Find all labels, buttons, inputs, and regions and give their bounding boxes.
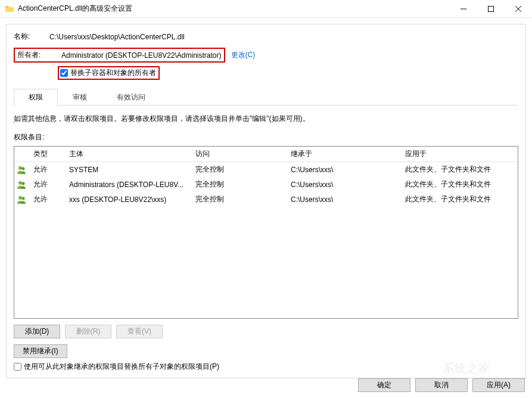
maximize-button[interactable]	[477, 0, 505, 17]
user-group-icon	[14, 179, 29, 191]
ok-button[interactable]: 确定	[358, 378, 410, 392]
info-text: 如需其他信息，请双击权限项目。若要修改权限项目，请选择该项目并单击"编辑"(如果…	[14, 114, 518, 124]
svg-point-3	[18, 181, 22, 185]
tab-bar: 权限 审核 有效访问	[14, 88, 518, 105]
svg-point-5	[18, 196, 22, 200]
tab-permissions[interactable]: 权限	[14, 89, 58, 105]
svg-point-1	[18, 166, 22, 170]
change-owner-link[interactable]: 更改(C)	[231, 50, 256, 60]
main-panel: 名称: C:\Users\xxs\Desktop\ActionCenterCPL…	[6, 24, 526, 378]
apply-button[interactable]: 应用(A)	[472, 378, 525, 392]
close-button[interactable]	[505, 0, 532, 17]
cell-type: 允许	[29, 163, 64, 176]
cell-access: 完全控制	[191, 193, 286, 206]
name-value: C:\Users\xxs\Desktop\ActionCenterCPL.dll	[49, 33, 185, 41]
cell-inherit: C:\Users\xxs\	[286, 194, 400, 205]
remove-button: 删除(R)	[65, 325, 111, 338]
col-type-header[interactable]: 类型	[29, 147, 64, 161]
col-principal-header[interactable]: 主体	[64, 147, 191, 161]
disable-inheritance-button[interactable]: 禁用继承(I)	[14, 344, 67, 358]
table-row[interactable]: 允许SYSTEM完全控制C:\Users\xxs\此文件夹、子文件夹和文件	[14, 162, 518, 177]
cell-type: 允许	[29, 193, 64, 206]
cell-type: 允许	[29, 178, 64, 191]
svg-point-2	[22, 167, 25, 170]
tab-auditing[interactable]: 审核	[58, 89, 102, 105]
cell-inherit: C:\Users\xxs\	[286, 164, 400, 175]
minimize-button[interactable]	[450, 0, 477, 17]
replace-owner-label: 替换子容器和对象的所有者	[70, 68, 156, 78]
col-inherit-header[interactable]: 继承于	[286, 147, 400, 161]
svg-point-6	[22, 197, 25, 200]
cell-access: 完全控制	[191, 178, 286, 191]
table-row[interactable]: 允许xxs (DESKTOP-LEU8V22\xxs)完全控制C:\Users\…	[14, 192, 518, 207]
cell-access: 完全控制	[191, 163, 286, 176]
cancel-button[interactable]: 取消	[415, 378, 468, 392]
window-title: ActionCenterCPL.dll的高级安全设置	[18, 4, 450, 14]
replace-children-label: 使用可从此对象继承的权限项目替换所有子对象的权限项目(P)	[24, 362, 219, 372]
permission-entries-label: 权限条目:	[14, 132, 518, 142]
svg-point-4	[22, 182, 25, 185]
replace-owner-checkbox[interactable]	[60, 69, 68, 77]
view-button: 查看(V)	[116, 325, 163, 338]
user-group-icon	[14, 194, 29, 206]
cell-principal: xxs (DESKTOP-LEU8V22\xxs)	[64, 194, 191, 205]
dialog-footer: 确定 取消 应用(A)	[358, 378, 525, 392]
folder-icon	[5, 4, 14, 14]
replace-children-checkbox[interactable]	[14, 363, 21, 371]
add-button[interactable]: 添加(D)	[14, 325, 60, 338]
col-access-header[interactable]: 访问	[191, 147, 286, 161]
owner-label: 所有者:	[17, 50, 53, 60]
col-apply-header[interactable]: 应用于	[400, 147, 518, 161]
cell-apply: 此文件夹、子文件夹和文件	[400, 163, 518, 176]
cell-inherit: C:\Users\xxs\	[286, 179, 400, 190]
titlebar: ActionCenterCPL.dll的高级安全设置	[0, 0, 532, 18]
cell-principal: Administrators (DESKTOP-LEU8V...	[64, 179, 191, 190]
cell-apply: 此文件夹、子文件夹和文件	[400, 193, 518, 206]
svg-rect-0	[489, 6, 494, 11]
cell-principal: SYSTEM	[64, 164, 191, 175]
tab-effective-access[interactable]: 有效访问	[102, 89, 160, 105]
permissions-table[interactable]: 类型 主体 访问 继承于 应用于 允许SYSTEM完全控制C:\Users\xx…	[14, 146, 518, 319]
name-label: 名称:	[14, 32, 49, 42]
owner-value: Administrator (DESKTOP-LEU8V22\Administr…	[61, 51, 222, 60]
table-header: 类型 主体 访问 继承于 应用于	[14, 147, 518, 162]
cell-apply: 此文件夹、子文件夹和文件	[400, 178, 518, 191]
table-row[interactable]: 允许Administrators (DESKTOP-LEU8V...完全控制C:…	[14, 177, 518, 192]
user-group-icon	[14, 164, 29, 176]
